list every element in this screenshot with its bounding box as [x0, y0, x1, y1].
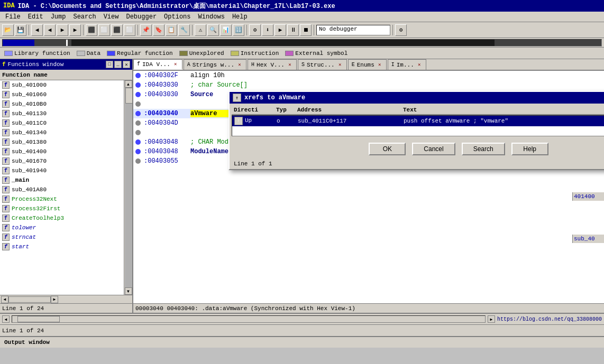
func-item-sub401400[interactable]: f sub_401400	[0, 147, 124, 156]
func-item-process32next[interactable]: f Process32Next	[0, 194, 124, 204]
tab-strings-close[interactable]: ✕	[236, 62, 243, 68]
scroll-up-arrow[interactable]: ▲	[125, 80, 132, 88]
menu-jump[interactable]: Jump	[48, 13, 69, 21]
func-name-1: sub_401060	[12, 91, 47, 98]
func-f-icon-1: f	[2, 91, 10, 98]
tb-btn-12[interactable]: 🔍	[207, 24, 219, 36]
tab-strings[interactable]: A Strings w... ✕	[184, 59, 246, 70]
code-view[interactable]: :0040302F align 10h :00403030 ; char Sou…	[133, 71, 604, 303]
tab-ida-close[interactable]: ✕	[172, 61, 179, 68]
func-item-sub401340[interactable]: f sub_401340	[0, 128, 124, 137]
func-item-tolower[interactable]: f tolower	[0, 223, 124, 232]
hscroll-thumb[interactable]	[8, 296, 51, 303]
tb-btn-7[interactable]: 📌	[140, 24, 152, 36]
hscroll-main-right[interactable]: ▶	[488, 315, 495, 323]
bottom-hscroll[interactable]	[12, 315, 486, 323]
debugger-dropdown[interactable]: No debugger	[316, 25, 390, 35]
scroll-thumb[interactable]	[125, 88, 133, 104]
hscroll-main-left[interactable]: ◀	[2, 315, 10, 323]
menu-search[interactable]: Search	[70, 13, 99, 21]
tab-ida[interactable]: f IDA V... ✕	[133, 59, 182, 70]
xrefs-cancel-button[interactable]: Cancel	[412, 143, 455, 155]
func-item-start[interactable]: f start	[0, 242, 124, 251]
menu-file[interactable]: File	[2, 13, 24, 21]
hscroll-right-arrow[interactable]: ▶	[51, 296, 58, 303]
func-f-icon-5: f	[2, 129, 10, 136]
forward2-button[interactable]: ▶	[69, 24, 81, 36]
func-name-0: sub_401000	[12, 82, 47, 88]
menu-windows[interactable]: Windows	[195, 13, 228, 21]
func-item-sub401A80[interactable]: f sub_401A80	[0, 185, 124, 194]
tab-enums-close[interactable]: ✕	[377, 62, 383, 68]
xrefs-row-0[interactable]: ↑Up o sub_4011C0+117 push offset aVmware…	[232, 116, 604, 126]
tb-btn-extra[interactable]: ⚙	[395, 24, 407, 36]
func-item-strncat[interactable]: f strncat	[0, 232, 124, 242]
tb-btn-13[interactable]: 📊	[220, 24, 232, 36]
func-f-icon-17: f	[2, 243, 10, 250]
func-item-main[interactable]: f _main	[0, 175, 124, 185]
functions-vscrollbar[interactable]: ▲ ▼	[124, 80, 132, 295]
xrefs-ok-button[interactable]: OK	[369, 143, 406, 155]
scroll-down-arrow[interactable]: ▼	[125, 287, 132, 295]
functions-list[interactable]: f sub_401000 f sub_401060 f sub_4010B0 f…	[0, 80, 124, 295]
tab-enums[interactable]: E Enums ✕	[348, 59, 387, 70]
back-button[interactable]: ◀	[31, 24, 43, 36]
tb-btn-8[interactable]: 🔖	[153, 24, 164, 36]
nav-overview[interactable]	[2, 39, 602, 46]
tb-btn-6[interactable]: ⬜	[124, 24, 135, 36]
func-item-sub401060[interactable]: f sub_401060	[0, 90, 124, 99]
output-window-label: Output window	[0, 336, 604, 348]
tab-hex-close[interactable]: ✕	[287, 62, 293, 68]
open-button[interactable]: 📂	[2, 24, 14, 36]
menu-help[interactable]: Help	[229, 13, 251, 21]
tb-btn-4[interactable]: ⬜	[98, 24, 110, 36]
func-item-process32first[interactable]: f Process32First	[0, 204, 124, 213]
back2-button[interactable]: ◀	[44, 24, 56, 36]
xrefs-search-button[interactable]: Search	[462, 143, 505, 155]
tb-btn-3[interactable]: ⬛	[86, 24, 97, 36]
step-into-button[interactable]: ⬇	[262, 24, 273, 36]
tb-btn-5[interactable]: ⬛	[111, 24, 123, 36]
func-item-createtoolhelp[interactable]: f CreateToolhelp3	[0, 213, 124, 223]
legend-library-color	[4, 51, 13, 56]
tb-btn-10[interactable]: 🔧	[178, 24, 190, 36]
functions-close-btn[interactable]: ✕	[123, 61, 130, 68]
menu-options[interactable]: Options	[161, 13, 194, 21]
tab-imports-label: Im...	[397, 62, 414, 68]
func-f-icon-7: f	[2, 148, 10, 155]
hscroll-left-arrow[interactable]: ◀	[1, 296, 8, 303]
code-addr-9: :00403055	[144, 157, 186, 165]
toolbar-sep-1	[29, 25, 29, 35]
pause-button[interactable]: ⏸	[287, 24, 299, 36]
tb-btn-11[interactable]: ⚠	[195, 24, 206, 36]
tab-strucs-close[interactable]: ✕	[337, 62, 343, 68]
bottom-hscroll-thumb[interactable]	[17, 316, 60, 322]
tab-hex[interactable]: H Hex V... ✕	[248, 59, 297, 70]
tab-strucs[interactable]: S Struc... ✕	[298, 59, 347, 70]
func-item-sub4011C0[interactable]: f sub_4011C0	[0, 118, 124, 128]
menu-edit[interactable]: Edit	[25, 13, 47, 21]
func-f-icon-8: f	[2, 157, 10, 165]
functions-float-btn[interactable]: □	[106, 61, 113, 68]
functions-hscrollbar[interactable]: ◀ ▶	[0, 295, 132, 303]
step-over-button[interactable]: ⚙	[249, 24, 261, 36]
forward-button[interactable]: ▶	[57, 24, 68, 36]
func-item-sub4010B0[interactable]: f sub_4010B0	[0, 99, 124, 109]
tb-btn-9[interactable]: 📋	[166, 24, 177, 36]
nav-blue-block	[3, 40, 34, 46]
func-item-sub401000[interactable]: f sub_401000	[0, 80, 124, 90]
tab-imports[interactable]: I Im... ✕	[388, 59, 426, 70]
func-item-sub401130[interactable]: f sub_401130	[0, 109, 124, 118]
func-item-sub401380[interactable]: f sub_401380	[0, 137, 124, 147]
save-button[interactable]: 💾	[15, 24, 26, 36]
menu-view[interactable]: View	[100, 13, 122, 21]
tb-btn-14[interactable]: 🔢	[233, 24, 244, 36]
run-button[interactable]: ▶	[274, 24, 286, 36]
menu-debugger[interactable]: Debugger	[123, 13, 160, 21]
functions-min-btn[interactable]: _	[114, 61, 122, 68]
func-item-sub401940[interactable]: f sub_401940	[0, 166, 124, 175]
tab-imports-close[interactable]: ✕	[416, 62, 423, 68]
stop-button[interactable]: ⏹	[300, 24, 312, 36]
xrefs-help-button[interactable]: Help	[511, 143, 548, 155]
func-item-sub401670[interactable]: f sub_401670	[0, 156, 124, 166]
